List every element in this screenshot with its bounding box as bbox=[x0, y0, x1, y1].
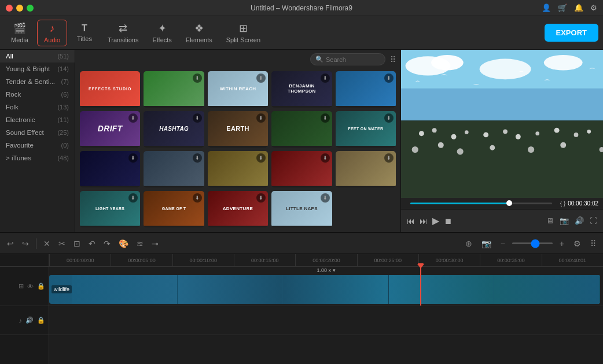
audio-card-11[interactable]: ⬇ Garret...nfinite bbox=[144, 151, 204, 187]
video-track-lock-icon[interactable]: 🔒 bbox=[37, 282, 45, 290]
grid-view-icon[interactable]: ⠿ bbox=[390, 55, 396, 64]
step-back-button[interactable]: ⏭ bbox=[420, 216, 428, 226]
timeline-grid-button[interactable]: ⠿ bbox=[588, 238, 598, 249]
ruler-mark-3: 00:00:15:00 bbox=[234, 254, 295, 267]
svg-point-19 bbox=[438, 142, 444, 148]
center-panel: 🔍 ⠿ EFFECTS STUDIO More Effects ⬇ A-GR..… bbox=[75, 50, 400, 232]
panel-top-bar: 🔍 ⠿ bbox=[75, 50, 400, 69]
sidebar-item-rock[interactable]: Rock (6) bbox=[0, 88, 75, 101]
ruler-mark-1: 00:00:05:00 bbox=[111, 254, 172, 267]
ruler-mark-8: 00:00:40:01 bbox=[542, 254, 603, 267]
zoom-in-button[interactable]: + bbox=[557, 238, 567, 249]
volume-icon[interactable]: 🔊 bbox=[575, 216, 584, 225]
svg-point-23 bbox=[560, 142, 566, 148]
audio-card-3[interactable]: Benjamin Thompson ⬇ Alway...Reach bbox=[271, 71, 332, 108]
toolbar: 🎬 Media ♪ Audio T Titles ⇄ Transitions ✦… bbox=[0, 16, 603, 50]
effects-icon: ✦ bbox=[158, 22, 167, 35]
audio-wave-button[interactable]: ≋ bbox=[134, 238, 146, 249]
elements-icon: ❖ bbox=[194, 22, 204, 35]
audio-card-more-effects[interactable]: EFFECTS STUDIO More Effects bbox=[80, 71, 140, 108]
maximize-button[interactable] bbox=[27, 5, 34, 12]
delete-button[interactable]: ✕ bbox=[41, 238, 53, 249]
audio-card-10[interactable]: ⬇ Feet o...Down bbox=[80, 151, 140, 187]
audio-card-4[interactable]: ⬇ Benja...Lullaby bbox=[336, 71, 396, 108]
monitor-icon[interactable]: 🖥 bbox=[546, 216, 554, 225]
play-button[interactable]: ▶ bbox=[432, 215, 439, 226]
svg-point-9 bbox=[451, 134, 457, 139]
audio-card-7[interactable]: EARTH ⬇ Earth...mories bbox=[208, 111, 268, 148]
snapshot-button[interactable]: 📷 bbox=[479, 238, 494, 249]
timeline-main: ⊞ 👁 🔒 ♪ 🔊 🔒 00:00:00:00 00:00:05:00 00:0… bbox=[0, 254, 603, 364]
cut-button[interactable]: ✂ bbox=[56, 238, 68, 249]
video-track-eye-icon[interactable]: 👁 bbox=[27, 283, 34, 290]
timeline-settings-button[interactable]: ⚙ bbox=[571, 238, 583, 249]
sidebar-item-electronic[interactable]: Electronic (11) bbox=[0, 113, 75, 126]
playhead[interactable] bbox=[420, 267, 421, 306]
audio-card-17[interactable]: ADVENTURE ⬇ Adventure bbox=[208, 191, 268, 227]
toolbar-audio[interactable]: ♪ Audio bbox=[37, 20, 67, 46]
video-track-grid-icon[interactable]: ⊞ bbox=[19, 282, 24, 290]
toolbar-titles[interactable]: T Titles bbox=[69, 21, 100, 45]
minimize-button[interactable] bbox=[16, 5, 23, 12]
sidebar-item-favourite[interactable]: Favourite (0) bbox=[0, 139, 75, 152]
sidebar-item-tender[interactable]: Tender & Senti... (7) bbox=[0, 75, 75, 88]
export-button[interactable]: EXPORT bbox=[545, 24, 598, 42]
bell-icon[interactable]: 🔔 bbox=[574, 3, 583, 12]
sidebar-item-young[interactable]: Young & Bright (14) bbox=[0, 62, 75, 75]
audio-card-16[interactable]: GAME OF T ⬇ Game of Thr... bbox=[144, 191, 204, 227]
rotate-left-button[interactable]: ↶ bbox=[86, 238, 98, 249]
preview-bottom-icons: 🖥 📷 🔊 ⛶ bbox=[546, 216, 597, 225]
camera-snapshot-icon[interactable]: 📷 bbox=[560, 216, 569, 225]
audio-card-2[interactable]: Within Reach ⬇ Alway...orever bbox=[208, 71, 268, 108]
audio-card-1[interactable]: ⬇ A-GR... Verve bbox=[144, 71, 204, 108]
audio-track-volume-icon[interactable]: 🔊 bbox=[25, 317, 34, 324]
ruler-mark-4: 00:00:20:00 bbox=[295, 254, 356, 267]
undo-button[interactable]: ↩ bbox=[5, 238, 16, 249]
video-clip[interactable]: wildlife bbox=[49, 275, 600, 304]
sidebar-item-all[interactable]: All (51) bbox=[0, 50, 75, 62]
add-track-button[interactable]: ⊕ bbox=[463, 238, 475, 249]
stop-button[interactable]: ⏹ bbox=[444, 216, 452, 226]
color-button[interactable]: 🎨 bbox=[116, 238, 131, 249]
user-icon[interactable]: 👤 bbox=[542, 3, 551, 12]
ruler-mark-5: 00:00:25:00 bbox=[357, 254, 418, 267]
preview-panel: { } 00:00:30:02 ⏮ ⏭ ▶ ⏹ 🖥 📷 🔊 ⛶ bbox=[400, 50, 603, 232]
audio-track-lock-icon[interactable]: 🔒 bbox=[37, 317, 45, 324]
audio-card-9[interactable]: Feet on Water ⬇ Feet...Moment bbox=[336, 111, 396, 148]
svg-point-8 bbox=[432, 128, 437, 133]
search-input[interactable] bbox=[326, 56, 378, 63]
search-box[interactable]: 🔍 bbox=[310, 53, 385, 65]
audio-card-14[interactable]: ⬇ Lady...nd Sky bbox=[336, 151, 396, 187]
titlebar-icons: 👤 🛒 🔔 ⚙ bbox=[542, 3, 597, 12]
rotate-right-button[interactable]: ↷ bbox=[101, 238, 113, 249]
toolbar-elements[interactable]: ❖ Elements bbox=[180, 20, 218, 46]
toolbar-transitions[interactable]: ⇄ Transitions bbox=[102, 20, 144, 46]
toolbar-effects[interactable]: ✦ Effects bbox=[146, 20, 177, 46]
close-button[interactable] bbox=[6, 5, 13, 12]
crop-button[interactable]: ⊡ bbox=[71, 238, 83, 249]
audio-track-row bbox=[49, 306, 603, 335]
audio-card-8[interactable]: ⬇ Eldar...And Me bbox=[271, 111, 332, 148]
audio-card-13[interactable]: ⬇ GOLE...Slaves bbox=[271, 151, 332, 187]
zoom-out-button[interactable]: − bbox=[498, 238, 508, 249]
seekbar-row: { } 00:00:30:02 bbox=[401, 198, 603, 209]
fullscreen-icon[interactable]: ⛶ bbox=[590, 216, 597, 225]
cart-icon[interactable]: 🛒 bbox=[558, 3, 567, 12]
audio-card-18[interactable]: Little Naps ⬇ Little Nap... bbox=[271, 191, 332, 227]
zoom-slider[interactable] bbox=[512, 242, 553, 244]
clip-label: wildlife bbox=[52, 285, 72, 293]
audio-card-12[interactable]: ⬇ Garret...r Dust bbox=[208, 151, 268, 187]
settings-icon[interactable]: ⚙ bbox=[590, 3, 597, 12]
sidebar-item-folk[interactable]: Folk (13) bbox=[0, 101, 75, 113]
toolbar-splitscreen[interactable]: ⊞ Split Screen bbox=[220, 20, 266, 46]
rewind-button[interactable]: ⏮ bbox=[407, 216, 415, 226]
sidebar-item-itunes[interactable]: > iTunes (48) bbox=[0, 152, 75, 164]
audio-card-5[interactable]: Drift ⬇ Drift – Drift bbox=[80, 111, 140, 148]
split-button[interactable]: ⊸ bbox=[149, 238, 161, 249]
audio-card-15[interactable]: LIGHT YEARS ⬇ Light Years bbox=[80, 191, 140, 227]
audio-card-6[interactable]: Hashtag ⬇ Drift –...s Turn bbox=[144, 111, 204, 148]
sidebar-item-soundeffect[interactable]: Sound Effect (25) bbox=[0, 126, 75, 139]
toolbar-media[interactable]: 🎬 Media bbox=[5, 20, 35, 46]
redo-button[interactable]: ↪ bbox=[20, 238, 31, 249]
seekbar[interactable] bbox=[410, 203, 552, 204]
